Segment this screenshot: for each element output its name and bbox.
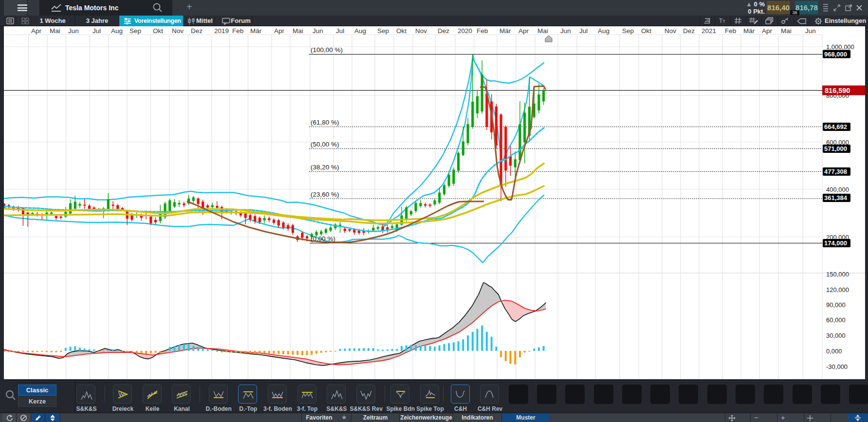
svg-text:(100,00 %): (100,00 %) (311, 46, 343, 54)
svg-text:968,000: 968,000 (824, 51, 847, 58)
svg-text:0,000: 0,000 (826, 348, 842, 355)
svg-text:(61,80 %): (61,80 %) (311, 119, 339, 126)
svg-text:Apr: Apr (518, 27, 529, 35)
svg-text:Nov: Nov (415, 27, 427, 35)
svg-text:Dez: Dez (191, 27, 203, 35)
svg-text:(50,00 %): (50,00 %) (311, 141, 339, 148)
svg-text:Jul: Jul (336, 27, 344, 35)
svg-text:Feb: Feb (725, 27, 736, 35)
svg-text:Sep: Sep (129, 27, 141, 35)
svg-text:Mär: Mär (743, 27, 755, 35)
svg-text:2019: 2019 (214, 27, 229, 35)
svg-text:Jul: Jul (92, 27, 101, 35)
svg-text:Nov: Nov (665, 27, 676, 35)
svg-text:361,384: 361,384 (824, 194, 848, 202)
svg-text:60,000: 60,000 (826, 316, 846, 324)
svg-text:1,000,000: 1,000,000 (826, 43, 854, 51)
svg-text:Aug: Aug (111, 27, 123, 35)
svg-text:2021: 2021 (702, 27, 716, 35)
svg-text:-30,000: -30,000 (826, 363, 848, 370)
svg-text:Feb: Feb (232, 27, 243, 35)
svg-text:Aug: Aug (598, 27, 609, 35)
svg-text:30,000: 30,000 (826, 332, 846, 339)
svg-text:Jun: Jun (313, 27, 323, 35)
svg-text:477,308: 477,308 (824, 168, 847, 175)
svg-text:Mai: Mai (537, 27, 548, 35)
svg-text:Jul: Jul (579, 27, 588, 35)
svg-text:Mär: Mär (499, 27, 511, 35)
svg-text:Jun: Jun (805, 27, 816, 35)
svg-text:Mär: Mär (250, 27, 262, 35)
svg-text:174,000: 174,000 (824, 239, 847, 247)
svg-text:(0,00 %): (0,00 %) (311, 235, 335, 242)
svg-text:Mai: Mai (50, 27, 60, 35)
svg-text:Mai: Mai (293, 27, 303, 35)
svg-text:120,000: 120,000 (826, 286, 849, 294)
svg-text:571,000: 571,000 (824, 145, 847, 152)
svg-text:Okt: Okt (153, 27, 163, 35)
svg-text:Jun: Jun (560, 27, 571, 35)
svg-text:816,590: 816,590 (825, 87, 850, 94)
svg-text:Dez: Dez (438, 27, 449, 35)
svg-text:(23,60 %): (23,60 %) (311, 191, 339, 198)
svg-text:90,000: 90,000 (826, 301, 846, 309)
svg-text:150,000: 150,000 (826, 271, 849, 278)
svg-text:Apr: Apr (762, 27, 773, 35)
svg-text:Sep: Sep (377, 27, 389, 35)
svg-text:Nov: Nov (172, 27, 184, 35)
svg-text:Jun: Jun (68, 27, 79, 35)
svg-text:Okt: Okt (641, 27, 651, 35)
svg-text:664,692: 664,692 (824, 123, 847, 130)
svg-text:400,000: 400,000 (826, 186, 849, 193)
svg-text:Aug: Aug (354, 27, 366, 35)
svg-text:Mai: Mai (781, 27, 792, 35)
svg-text:Apr: Apr (274, 27, 285, 35)
svg-text:Sep: Sep (622, 27, 634, 35)
svg-text:Apr: Apr (31, 27, 42, 35)
svg-text:Okt: Okt (396, 27, 406, 35)
svg-text:Dez: Dez (683, 27, 695, 35)
svg-text:(38,20 %): (38,20 %) (311, 164, 339, 171)
svg-text:2020: 2020 (458, 27, 472, 35)
svg-text:Feb: Feb (477, 27, 488, 35)
